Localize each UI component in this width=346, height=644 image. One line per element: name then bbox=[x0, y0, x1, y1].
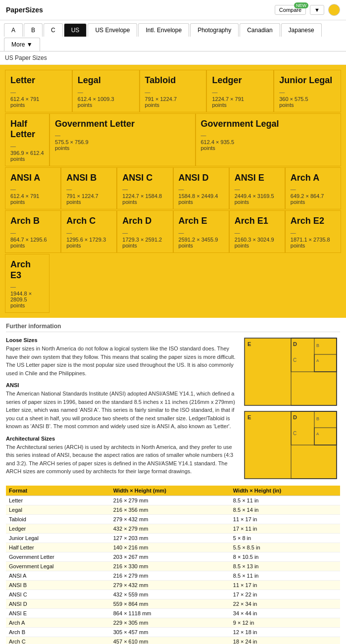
paper-card-ansi-c[interactable]: ANSI C — 1224.7 × 1584.8points bbox=[117, 167, 173, 210]
paper-card-tabloid[interactable]: Tabloid — 791 × 1224.7points bbox=[140, 70, 207, 112]
tab-b[interactable]: B bbox=[24, 23, 43, 37]
svg-text:E: E bbox=[247, 341, 251, 347]
arch-diagram: E D C B A bbox=[244, 410, 340, 480]
compare-button[interactable]: Compare NEW bbox=[275, 5, 306, 15]
further-info-title: Further information bbox=[6, 323, 340, 332]
tab-canadian[interactable]: Canadian bbox=[240, 23, 280, 37]
table-row: Junior Legal127 × 203 mm5 × 8 in bbox=[6, 533, 340, 543]
paper-row-1: Letter — 612.4 × 791points Legal — 612.4… bbox=[5, 70, 341, 112]
svg-text:E: E bbox=[247, 414, 251, 420]
paper-card-arch-a[interactable]: Arch A — 649.2 × 864.7points bbox=[285, 167, 341, 210]
tab-more[interactable]: More ▼ bbox=[4, 38, 40, 51]
paper-grid: Letter — 612.4 × 791points Legal — 612.4… bbox=[0, 65, 346, 318]
paper-row-5: Arch E3 — 1944.8 × 2809.5points bbox=[5, 254, 341, 313]
table-row: Government Letter203 × 267 mm8 × 10.5 in bbox=[6, 552, 340, 561]
paper-card-ansi-a[interactable]: ANSI A — 612.4 × 791points bbox=[5, 167, 61, 210]
paper-card-junior-legal[interactable]: Junior Legal — 360 × 575.5points bbox=[274, 70, 341, 112]
paper-card-arch-e2[interactable]: Arch E2 — 1871.1 × 2735.8points bbox=[285, 210, 341, 253]
paper-card-ansi-e[interactable]: ANSI E — 2449.4 × 3169.5points bbox=[229, 167, 285, 210]
table-row: Half Letter140 × 216 mm5.5 × 8.5 in bbox=[6, 543, 340, 552]
table-header-mm: Width × Height (mm) bbox=[110, 486, 230, 496]
svg-text:B: B bbox=[316, 343, 319, 348]
settings-button[interactable]: ▼ bbox=[310, 5, 324, 15]
paper-card-ansi-b[interactable]: ANSI B — 791 × 1224.7points bbox=[61, 167, 117, 210]
info-block-loose: Loose Sizes Paper sizes in North America… bbox=[6, 337, 238, 377]
tab-intl-envelope[interactable]: Intl. Envelope bbox=[138, 23, 189, 37]
tab-a[interactable]: A bbox=[4, 23, 23, 37]
paper-card-ansi-d[interactable]: ANSI D — 1584.8 × 2449.4points bbox=[173, 167, 229, 210]
svg-text:A: A bbox=[316, 358, 319, 363]
table-header-in: Width × Height (in) bbox=[230, 486, 340, 496]
table-row: ANSI A216 × 279 mm8.5 × 11 in bbox=[6, 571, 340, 580]
table-row: ANSI D559 × 864 mm22 × 34 in bbox=[6, 599, 340, 608]
table-header-format: Format bbox=[6, 486, 110, 496]
diagrams: E D C B A E D C B bbox=[244, 337, 340, 481]
paper-card-arch-e[interactable]: Arch E — 2591.2 × 3455.9points bbox=[173, 210, 229, 253]
paper-card-half-letter[interactable]: Half Letter — 396.9 × 612.4points bbox=[5, 113, 49, 166]
svg-text:A: A bbox=[316, 432, 319, 436]
info-text-blocks: Loose Sizes Paper sizes in North America… bbox=[6, 337, 238, 481]
info-block-arch: Architectural Sizes The Architectural se… bbox=[6, 436, 238, 476]
svg-text:B: B bbox=[316, 416, 319, 421]
arch-diagram-svg: E D C B A bbox=[244, 410, 338, 480]
table-row: Ledger432 × 279 mm17 × 11 in bbox=[6, 524, 340, 533]
ansi-diagram: E D C B A bbox=[244, 337, 340, 406]
paper-card-arch-d[interactable]: Arch D — 1729.3 × 2591.2points bbox=[117, 210, 173, 253]
svg-text:C: C bbox=[293, 431, 297, 436]
ansi-diagram-svg: E D C B A bbox=[244, 337, 338, 406]
table-row: Arch B305 × 457 mm12 × 18 in bbox=[6, 627, 340, 637]
header: PaperSizes Compare NEW ▼ bbox=[0, 0, 346, 20]
paper-card-arch-c[interactable]: Arch C — 1295.6 × 1729.3points bbox=[61, 210, 117, 253]
paper-row-4: Arch B — 864.7 × 1295.6points Arch C — 1… bbox=[5, 210, 341, 253]
svg-text:D: D bbox=[293, 414, 297, 420]
paper-card-arch-e3[interactable]: Arch E3 — 1944.8 × 2809.5points bbox=[5, 254, 49, 313]
compare-badge: NEW bbox=[294, 2, 308, 8]
tab-photography[interactable]: Photography bbox=[190, 23, 239, 37]
info-content: Loose Sizes Paper sizes in North America… bbox=[6, 337, 340, 481]
user-avatar[interactable] bbox=[328, 4, 340, 16]
paper-card-gov-letter[interactable]: Government Letter — 575.5 × 756.9points bbox=[49, 113, 196, 166]
paper-card-arch-b[interactable]: Arch B — 864.7 × 1295.6points bbox=[5, 210, 61, 253]
svg-text:C: C bbox=[293, 357, 297, 363]
further-information: Further information Loose Sizes Paper si… bbox=[0, 318, 346, 644]
tab-japanese[interactable]: Japanese bbox=[281, 23, 322, 37]
info-block-ansi: ANSI The American National Standards Ins… bbox=[6, 382, 238, 431]
paper-row-3: ANSI A — 612.4 × 791points ANSI B — 791 … bbox=[5, 167, 341, 210]
paper-card-ledger[interactable]: Ledger — 1224.7 × 791points bbox=[206, 70, 274, 112]
table-row: ANSI E864 × 1118 mm34 × 44 in bbox=[6, 608, 340, 618]
table-row: Tabloid279 × 432 mm11 × 17 in bbox=[6, 514, 340, 524]
table-row: Legal216 × 356 mm8.5 × 14 in bbox=[6, 505, 340, 514]
tab-us-envelope[interactable]: US Envelope bbox=[88, 23, 137, 37]
table-row: Letter216 × 279 mm8.5 × 11 in bbox=[6, 495, 340, 505]
tab-c[interactable]: C bbox=[44, 23, 63, 37]
tab-us[interactable]: US bbox=[64, 23, 87, 37]
paper-card-arch-e1[interactable]: Arch E1 — 2160.3 × 3024.9points bbox=[229, 210, 285, 253]
table-row: ANSI C432 × 559 mm17 × 22 in bbox=[6, 590, 340, 599]
header-controls: Compare NEW ▼ bbox=[275, 4, 340, 16]
tab-bar: A B C US US Envelope Intl. Envelope Phot… bbox=[0, 20, 346, 51]
section-title: US Paper Sizes bbox=[0, 51, 346, 65]
logo: PaperSizes bbox=[6, 6, 43, 14]
table-row: Arch A229 × 305 mm9 × 12 in bbox=[6, 618, 340, 627]
paper-card-gov-legal[interactable]: Government Legal — 612.4 × 935.5points bbox=[196, 113, 342, 166]
svg-text:D: D bbox=[293, 341, 297, 347]
paper-sizes-table: Format Width × Height (mm) Width × Heigh… bbox=[6, 486, 340, 644]
paper-card-legal[interactable]: Legal — 612.4 × 1009.3points bbox=[72, 70, 140, 112]
paper-row-2: Half Letter — 396.9 × 612.4points Govern… bbox=[5, 113, 341, 166]
table-row: ANSI B279 × 432 mm11 × 17 in bbox=[6, 580, 340, 590]
paper-card-letter[interactable]: Letter — 612.4 × 791points bbox=[5, 70, 72, 112]
table-row: Arch C457 × 610 mm18 × 24 in bbox=[6, 637, 340, 644]
table-row: Government Legal216 × 330 mm8.5 × 13 in bbox=[6, 561, 340, 571]
